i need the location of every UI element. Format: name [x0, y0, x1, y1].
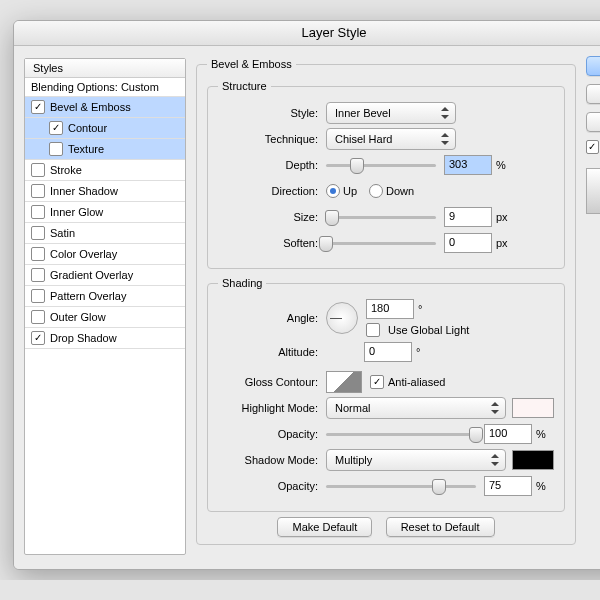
sidebar-item-label: Stroke: [50, 164, 82, 176]
soften-label: Soften:: [218, 237, 326, 249]
sidebar-item-label: Bevel & Emboss: [50, 101, 131, 113]
sidebar-checkbox[interactable]: [31, 247, 45, 261]
sidebar-checkbox[interactable]: [31, 268, 45, 282]
sidebar-item-label: Gradient Overlay: [50, 269, 133, 281]
main-panel: Bevel & Emboss Structure Style: Inner Be…: [196, 56, 576, 555]
sidebar-item-pattern-overlay[interactable]: Pattern Overlay: [25, 286, 185, 307]
highlight-opacity-input[interactable]: 100: [484, 424, 532, 444]
window-title: Layer Style: [14, 21, 600, 46]
sidebar-item-contour[interactable]: Contour: [25, 118, 185, 139]
up-label: Up: [343, 185, 357, 197]
dialog-buttons: OK Cancel New Style... Preview: [576, 56, 600, 555]
sidebar-item-color-overlay[interactable]: Color Overlay: [25, 244, 185, 265]
sidebar-item-bevel-emboss[interactable]: Bevel & Emboss: [25, 97, 185, 118]
sidebar-checkbox[interactable]: [31, 226, 45, 240]
structure-group: Structure Style: Inner Bevel Technique: …: [207, 80, 565, 269]
layer-style-window: Layer Style Styles Blending Options: Cus…: [13, 20, 600, 570]
antialiased-checkbox[interactable]: [370, 375, 384, 389]
cancel-button[interactable]: Cancel: [586, 84, 600, 104]
sidebar-checkbox[interactable]: [31, 100, 45, 114]
sidebar-checkbox[interactable]: [31, 163, 45, 177]
angle-label: Angle:: [218, 312, 326, 324]
sidebar-checkbox[interactable]: [31, 289, 45, 303]
size-input[interactable]: 9: [444, 207, 492, 227]
preview-checkbox[interactable]: [586, 140, 599, 154]
shading-group: Shading Angle: 180 ° Use Global Light: [207, 277, 565, 512]
shadow-opacity-input[interactable]: 75: [484, 476, 532, 496]
sidebar-item-satin[interactable]: Satin: [25, 223, 185, 244]
reset-default-button[interactable]: Reset to Default: [386, 517, 495, 537]
highlight-opacity-label: Opacity:: [218, 428, 326, 440]
sidebar-checkbox[interactable]: [31, 331, 45, 345]
sidebar-checkbox[interactable]: [49, 121, 63, 135]
sidebar-item-label: Drop Shadow: [50, 332, 117, 344]
direction-up-radio[interactable]: [326, 184, 340, 198]
global-light-label: Use Global Light: [388, 324, 469, 336]
sidebar-blending-options[interactable]: Blending Options: Custom: [25, 78, 185, 97]
sidebar-item-texture[interactable]: Texture: [25, 139, 185, 160]
size-slider[interactable]: [326, 210, 436, 224]
sidebar-checkbox[interactable]: [49, 142, 63, 156]
shadow-opacity-slider[interactable]: [326, 479, 476, 493]
sidebar-item-label: Pattern Overlay: [50, 290, 126, 302]
highlight-opacity-unit: %: [536, 428, 546, 440]
sidebar-checkbox[interactable]: [31, 184, 45, 198]
style-select[interactable]: Inner Bevel: [326, 102, 456, 124]
angle-dial[interactable]: [326, 302, 358, 334]
depth-input[interactable]: 303: [444, 155, 492, 175]
highlight-color-swatch[interactable]: [512, 398, 554, 418]
shadow-opacity-label: Opacity:: [218, 480, 326, 492]
depth-unit: %: [496, 159, 506, 171]
sidebar-item-drop-shadow[interactable]: Drop Shadow: [25, 328, 185, 349]
blending-label: Blending Options: Custom: [31, 81, 159, 93]
angle-input[interactable]: 180: [366, 299, 414, 319]
sidebar-item-label: Inner Glow: [50, 206, 103, 218]
shadow-mode-select[interactable]: Multiply: [326, 449, 506, 471]
altitude-unit: °: [416, 346, 420, 358]
sidebar-item-inner-shadow[interactable]: Inner Shadow: [25, 181, 185, 202]
shadow-mode-label: Shadow Mode:: [218, 454, 326, 466]
sidebar-item-outer-glow[interactable]: Outer Glow: [25, 307, 185, 328]
content: Styles Blending Options: Custom Bevel & …: [14, 46, 600, 569]
gloss-label: Gloss Contour:: [218, 376, 326, 388]
sidebar-checkbox[interactable]: [31, 205, 45, 219]
sidebar-item-label: Color Overlay: [50, 248, 117, 260]
depth-slider[interactable]: [326, 158, 436, 172]
depth-label: Depth:: [218, 159, 326, 171]
soften-input[interactable]: 0: [444, 233, 492, 253]
style-label: Style:: [218, 107, 326, 119]
down-label: Down: [386, 185, 414, 197]
soften-unit: px: [496, 237, 508, 249]
new-style-button[interactable]: New Style...: [586, 112, 600, 132]
bevel-emboss-group: Bevel & Emboss Structure Style: Inner Be…: [196, 58, 576, 545]
highlight-opacity-slider[interactable]: [326, 427, 476, 441]
technique-label: Technique:: [218, 133, 326, 145]
highlight-mode-label: Highlight Mode:: [218, 402, 326, 414]
sidebar-item-inner-glow[interactable]: Inner Glow: [25, 202, 185, 223]
size-unit: px: [496, 211, 508, 223]
sidebar-item-label: Satin: [50, 227, 75, 239]
sidebar-item-stroke[interactable]: Stroke: [25, 160, 185, 181]
sidebar-item-label: Inner Shadow: [50, 185, 118, 197]
gloss-contour-picker[interactable]: [326, 371, 362, 393]
global-light-checkbox[interactable]: [366, 323, 380, 337]
technique-select[interactable]: Chisel Hard: [326, 128, 456, 150]
altitude-label: Altitude:: [218, 346, 326, 358]
shadow-color-swatch[interactable]: [512, 450, 554, 470]
sidebar-item-label: Outer Glow: [50, 311, 106, 323]
ok-button[interactable]: OK: [586, 56, 600, 76]
angle-unit: °: [418, 303, 422, 315]
panel-title: Bevel & Emboss: [207, 58, 296, 70]
sidebar-item-gradient-overlay[interactable]: Gradient Overlay: [25, 265, 185, 286]
sidebar-header[interactable]: Styles: [25, 59, 185, 78]
altitude-input[interactable]: 0: [364, 342, 412, 362]
highlight-mode-select[interactable]: Normal: [326, 397, 506, 419]
make-default-button[interactable]: Make Default: [277, 517, 372, 537]
direction-down-radio[interactable]: [369, 184, 383, 198]
sidebar-item-label: Contour: [68, 122, 107, 134]
direction-label: Direction:: [218, 185, 326, 197]
sidebar-checkbox[interactable]: [31, 310, 45, 324]
size-label: Size:: [218, 211, 326, 223]
structure-legend: Structure: [218, 80, 271, 92]
soften-slider[interactable]: [326, 236, 436, 250]
